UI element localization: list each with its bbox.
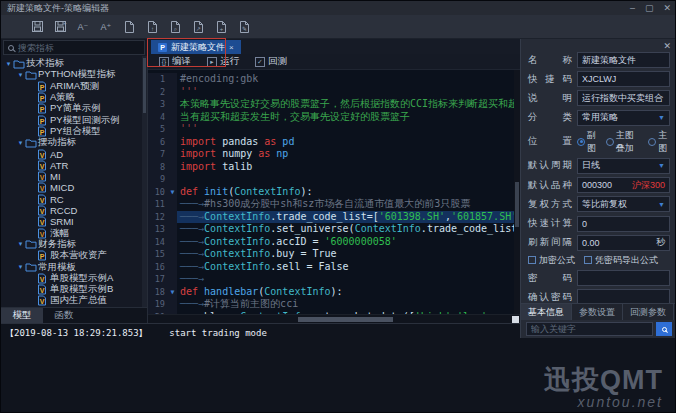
add-strategy-icon[interactable]: + <box>213 19 229 35</box>
tree-item[interactable]: VRCCD <box>1 205 147 216</box>
tree-folder[interactable]: ▾摆动指标 <box>1 137 147 148</box>
code-line[interactable]: 16───→ContextInfo.sell = False <box>148 261 520 274</box>
open-strategy-icon[interactable]: ↑ <box>144 19 160 35</box>
strategy-settings-icon[interactable]: ✎ <box>236 19 252 35</box>
expand-arrow-icon[interactable]: ▾ <box>16 240 25 248</box>
code-line[interactable]: 3本策略事先设定好交易的股票篮子，然后根据指数的CCI指标来判断超买和超卖 <box>148 98 520 111</box>
tree-item[interactable]: VSRMI <box>1 216 147 227</box>
code-line[interactable]: 13───→ContextInfo.set_universe(ContextIn… <box>148 223 520 236</box>
new-strategy-icon[interactable] <box>121 19 137 35</box>
run-icon: ▸ <box>207 57 217 67</box>
expand-arrow-icon[interactable]: ▾ <box>4 60 13 68</box>
tree-item[interactable]: VATR <box>1 160 147 171</box>
hscroll-thumb[interactable] <box>298 317 393 322</box>
search-button[interactable] <box>656 322 672 336</box>
name-input[interactable] <box>577 52 670 68</box>
tree-item-label: 组合模型策略示例A <box>50 306 132 307</box>
code-line[interactable]: 18▼def handlebar(ContextInfo): <box>148 286 520 299</box>
file-icon: P <box>37 115 50 126</box>
quick-calc-input[interactable] <box>577 216 670 232</box>
code-line[interactable]: 9 <box>148 173 520 186</box>
expand-arrow-icon[interactable]: ▾ <box>16 71 25 79</box>
tree-item[interactable]: VMI <box>1 171 147 182</box>
position-radio-主图[interactable]: 主图 <box>648 129 670 155</box>
line-number: 13 <box>148 223 168 236</box>
code-line[interactable]: 4当有超买和超卖发生时，交易事先设定好的股票篮子 <box>148 111 520 124</box>
indicator-sidebar: ▾技术指标▾PYTHON模型指标PARIMA预测PA策略PPY简单示例PPY模型… <box>1 39 148 323</box>
indicator-search-box[interactable] <box>3 40 145 55</box>
run-button[interactable]: ▸运行 <box>201 55 245 69</box>
export-with-password-checkbox[interactable]: 凭密码导出公式 <box>584 254 658 267</box>
svg-text:↑: ↑ <box>151 26 154 32</box>
encrypt-formula-checkbox[interactable]: 加密公式 <box>528 254 575 267</box>
editor-tab-new-strategy[interactable]: P 新建策略文件 <box>151 40 241 54</box>
backtest-button[interactable]: ✓回测 <box>249 55 293 69</box>
code-line[interactable]: 7import numpy as np <box>148 148 520 161</box>
minimize-icon[interactable] <box>630 1 635 15</box>
field-refresh: 刷新间隔 0.00 秒 <box>528 235 670 251</box>
tree-item[interactable]: VAD <box>1 148 147 159</box>
fold-arrow-icon[interactable]: ▼ <box>168 186 177 199</box>
code-line[interactable]: 1#encoding:gbk <box>148 73 520 86</box>
svg-text:+: + <box>63 20 67 26</box>
code-line[interactable]: 19───→#计算当前主图的cci <box>148 298 520 311</box>
position-radio-主图叠加[interactable]: 主图叠加 <box>606 129 642 155</box>
fold-gutter <box>168 198 177 211</box>
export-strategy-icon[interactable]: ↗ <box>190 19 206 35</box>
radio-icon <box>606 138 614 146</box>
inspector-tab-回测参数[interactable]: 回测参数 <box>623 304 674 320</box>
inspector-tab-参数设置[interactable]: 参数设置 <box>572 304 623 320</box>
code-line[interactable]: 2''' <box>148 86 520 99</box>
save-icon[interactable] <box>29 19 45 35</box>
fold-arrow-icon[interactable]: ▼ <box>168 286 177 299</box>
symbol-tag: 沪深300 <box>632 179 665 192</box>
panel-close-icon[interactable] <box>663 39 676 51</box>
code-line[interactable]: 15───→ContextInfo.buy = True <box>148 248 520 261</box>
adjust-select[interactable]: 等比前复权 ▼ <box>577 196 670 212</box>
line-number: 8 <box>148 161 168 174</box>
tab-close-icon[interactable] <box>229 43 234 52</box>
sidebar-tab-函数[interactable]: 函数 <box>43 308 85 323</box>
period-select[interactable]: 日线 ▼ <box>577 158 670 174</box>
save-as-icon[interactable]: + <box>52 19 68 35</box>
sidebar-tab-模型[interactable]: 模型 <box>1 308 43 323</box>
line-number: 6 <box>148 136 168 149</box>
refresh-interval-input[interactable]: 0.00 秒 <box>577 235 670 251</box>
indicator-search-input[interactable] <box>18 43 140 53</box>
close-icon[interactable] <box>663 1 671 15</box>
maximize-icon[interactable] <box>645 1 654 15</box>
code-line[interactable]: 14───→ContextInfo.accID = '6000000058' <box>148 236 520 249</box>
expand-arrow-icon[interactable]: ▾ <box>16 263 25 271</box>
code-text: def handlebar(ContextInfo): <box>177 286 520 299</box>
code-line[interactable]: 11───→#hs300成分股中sh和sz市场各自流通市值最大的前3只股票 <box>148 198 520 211</box>
tree-item[interactable]: VMICD <box>1 182 147 193</box>
fold-gutter <box>168 86 177 99</box>
shortcut-input[interactable] <box>577 71 670 87</box>
code-area[interactable]: 1#encoding:gbk2'''3本策略事先设定好交易的股票篮子，然后根据指… <box>148 70 520 314</box>
code-line[interactable]: 17───→ <box>148 273 520 286</box>
description-input[interactable] <box>577 90 670 106</box>
symbol-input[interactable]: 000300 沪深300 <box>577 177 670 193</box>
expand-arrow-icon[interactable]: ▾ <box>16 139 25 147</box>
line-number: 7 <box>148 148 168 161</box>
code-line[interactable]: 6import pandas as pd <box>148 136 520 149</box>
code-line[interactable]: 8import talib <box>148 161 520 174</box>
font-increase-icon[interactable]: A⁺ <box>98 19 114 35</box>
position-radio-副图[interactable]: 副图 <box>577 129 599 155</box>
code-line[interactable]: 10▼def init(ContextInfo): <box>148 186 520 199</box>
code-line-selected[interactable]: 12───→ContextInfo.trade_code_list=['6013… <box>148 211 520 224</box>
category-select[interactable]: 常用策略 ▼ <box>577 110 670 126</box>
keyword-search-input[interactable] <box>526 322 653 336</box>
code-text: ───→ <box>177 273 520 286</box>
password-input[interactable] <box>577 270 670 286</box>
tree-scrollbar[interactable] <box>142 56 147 307</box>
search-strategy-icon[interactable]: ⌕ <box>167 19 183 35</box>
editor-horizontal-scrollbar[interactable] <box>148 314 520 323</box>
confirm-password-input[interactable] <box>577 289 670 303</box>
inspector-tab-基本信息[interactable]: 基本信息 <box>521 304 572 320</box>
tree-item[interactable]: VRC <box>1 194 147 205</box>
brand-logo: 迅投QMT <box>544 366 663 394</box>
compile-button[interactable]: {}编译 <box>153 55 197 69</box>
font-decrease-icon[interactable]: A⁻ <box>75 19 91 35</box>
code-line[interactable]: 5''' <box>148 123 520 136</box>
